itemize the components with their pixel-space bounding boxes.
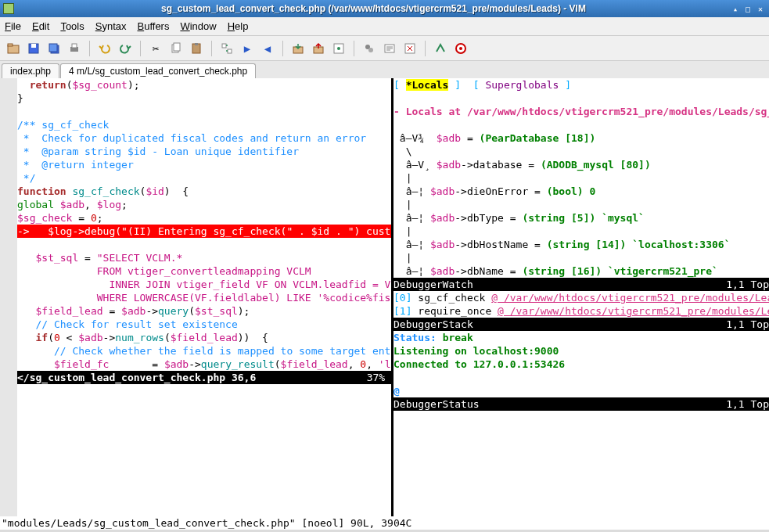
menu-file[interactable]: File [5,20,21,32]
paste-icon[interactable] [188,40,205,57]
load-session-icon[interactable] [289,40,307,57]
menu-window[interactable]: Window [180,20,216,32]
titlebar: sg_custom_lead_convert_check.php (/var/w… [0,0,769,17]
vim-icon [3,3,14,14]
dbg-prop-dbname: dbName [467,265,504,277]
cut-icon[interactable]: ✂ [147,40,164,57]
dbg-var-adb: $adb [437,132,461,144]
help-icon[interactable] [452,40,469,57]
stack-fn-0[interactable]: sg_cf_check [418,292,485,304]
debugger-pane[interactable]: [ *Locals ] [ Superglobals ] - Locals at… [393,78,769,516]
dbg-prop-database: database [473,159,523,171]
current-line: -> $log->debug("(II) Entering sg_cf_chec… [17,225,391,238]
dbg-locals-header: - Locals at /var/www/htdocs/vtigercrm521… [393,106,769,117]
print-icon[interactable] [66,40,83,57]
window-title: sg_custom_lead_convert_check.php (/var/w… [19,3,728,14]
tag-jump-icon[interactable] [432,40,449,57]
svg-rect-3 [31,44,36,48]
make-icon[interactable] [361,40,378,57]
menubar: File Edit Tools Syntax Buffers Window He… [0,17,769,36]
undo-icon[interactable] [96,40,113,57]
find-prev-icon[interactable]: ◀ [259,40,276,57]
kw-function: function [17,185,66,197]
statusline-left: </sg_custom_lead_convert_check.php 36,63… [17,371,391,384]
svg-rect-1 [8,44,13,46]
menu-syntax[interactable]: Syntax [95,20,127,32]
minimize-icon[interactable]: ▴ [730,3,741,14]
svg-rect-13 [228,49,232,53]
menu-buffers[interactable]: Buffers [137,20,169,32]
gutter [0,78,17,516]
dbg-status-label: Status: [393,332,437,343]
editor: return($sg_count); } /** sg_cf_check * C… [0,78,769,516]
svg-point-23 [459,47,462,50]
menu-tools[interactable]: Tools [60,20,84,32]
stack-idx-1: [1] [393,305,411,317]
dbg-listen: Listening on localhost:9000 [393,345,559,357]
save-all-icon[interactable] [45,40,63,57]
dbg-type-peardb: (PearDatabase [18]) [480,132,596,144]
brace: } [17,92,23,104]
run-script-icon[interactable] [330,40,347,57]
stack-idx-0: [0] [393,292,411,304]
method-numrows: num_rows [115,332,164,343]
dbg-tab-superglobals[interactable]: Superglobals [485,79,559,91]
kw-global: global [17,199,54,210]
svg-rect-12 [222,44,226,48]
save-icon[interactable] [25,40,42,57]
var-sgcheck: $sg_check [17,212,72,224]
menu-edit[interactable]: Edit [32,20,49,32]
stack-path-1[interactable]: @ /var/www/htdocs/vtigercrm521_pre/modul… [498,305,769,317]
var-fieldfc: $field_fc [54,358,109,370]
dbg-prop-dbhost: dbHostName [467,239,528,250]
comment-map: // Check whether the field is mapped to … [54,345,391,357]
svg-point-19 [368,48,373,52]
var-stsql: $st_sql [35,252,78,264]
find-replace-icon[interactable] [218,40,235,57]
svg-rect-5 [49,44,57,52]
statusline-watch: DebuggerWatch1,1 Top [393,278,769,291]
svg-point-17 [337,47,340,50]
copy-icon[interactable] [167,40,185,57]
maximize-icon[interactable]: □ [742,3,753,14]
tabbar: index.php 4 m/L/sg_custom_lead_convert_c… [0,61,769,78]
dbg-prop-dbtype: dbType [467,212,504,224]
dbg-connected: Connected to 127.0.0.1:53426 [393,358,565,370]
dbg-tab-locals[interactable]: *Locals [406,79,449,91]
save-session-icon[interactable] [310,40,327,57]
num-zero: 0 [91,212,97,224]
comment-result: // Check for result set existence [35,318,237,330]
dbg-prop-dieonerror: dieOnError [467,185,528,197]
open-icon[interactable] [5,40,22,57]
comment-block: /** sg_cf_check * Check for duplicated f… [17,119,366,184]
dbg-status-value: break [443,332,473,343]
fn-name: sg_cf_check [72,185,139,197]
kw-if: if [35,332,48,343]
method-queryresult: query_result [201,358,275,370]
str-leadfid: 'leadfid' [379,358,391,370]
svg-rect-11 [195,43,198,45]
source-pane[interactable]: return($sg_count); } /** sg_cf_check * C… [17,78,391,516]
var-fieldlead: $field_lead [35,305,102,317]
kw-return: return [30,79,66,91]
param-id: $id [146,185,164,197]
svg-rect-7 [72,44,77,48]
menu-help[interactable]: Help [228,20,249,32]
statusline-stack: DebuggerStack1,1 Top [393,318,769,331]
find-next-icon[interactable]: ▶ [239,40,256,57]
statusline-debugger: DebuggerStatus1,1 Top [393,397,769,411]
close-icon[interactable]: ✕ [755,3,766,14]
tab-index[interactable]: index.php [2,63,59,78]
shell-icon[interactable] [381,40,398,57]
tab-current-file[interactable]: 4 m/L/sg_custom_lead_convert_check.php [60,63,256,78]
svg-rect-9 [174,43,180,51]
stack-fn-1[interactable]: require_once [418,305,491,317]
redo-icon[interactable] [117,40,134,57]
stack-path-0[interactable]: @ /var/www/htdocs/vtigercrm521_pre/modul… [491,292,769,304]
var-adb: $adb [60,199,84,210]
command-line[interactable]: "modules/Leads/sg_custom_lead_convert_ch… [0,516,769,530]
var-log: $log [97,199,121,210]
ctags-icon[interactable] [401,40,419,57]
method-query: query [158,305,189,317]
var-sgcount: $sg_count [72,79,127,91]
